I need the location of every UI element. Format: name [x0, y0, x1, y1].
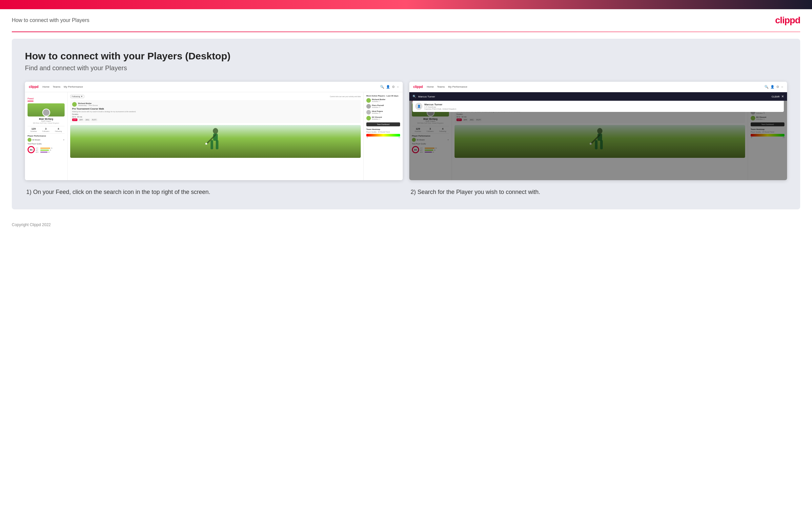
avatar-icon[interactable]: ○: [397, 85, 399, 89]
search-icon[interactable]: 🔍: [380, 85, 384, 89]
activity-card: Richard Butler Yesterday - The Grove Pre…: [70, 100, 361, 123]
mini-right-col: Most Active Players - Last 30 days Richa…: [363, 92, 403, 180]
feed-tab[interactable]: Feed: [28, 97, 34, 101]
activity-desc: Walking the course with my coach to buil…: [72, 111, 359, 113]
clear-button[interactable]: CLEAR: [772, 95, 779, 98]
caption-2: 2) Search for the Player you wish to con…: [409, 188, 787, 196]
main-subtitle: Find and connect with your Players: [25, 64, 787, 72]
stat-activities: 129 Activities: [30, 127, 37, 132]
panel-2: clippd Home Teams My Performance 🔍 👤 ⚙ ○: [409, 82, 787, 180]
player-piers-info: Piers Parnell Activities: 4: [372, 104, 384, 108]
caption-text-1: 1) On your Feed, click on the search ico…: [26, 188, 401, 196]
settings-icon[interactable]: ⚙: [392, 85, 395, 89]
mini-nav-icons-2: 🔍 👤 ⚙ ○: [764, 85, 783, 89]
activity-user-row: Richard Butler Yesterday - The Grove: [72, 102, 359, 107]
profile-stats: 129 Activities 3 Followers 4 Following: [28, 126, 64, 134]
app-bar-row: APP 70: [36, 149, 52, 151]
nav-teams[interactable]: Teams: [53, 85, 61, 88]
activity-location: Yesterday - The Grove: [78, 104, 98, 106]
header-divider: [12, 32, 800, 32]
control-link[interactable]: Control who can see your activity and da…: [330, 95, 361, 97]
search-result-info: Marcus Turner 1-5 Handicap Cypress Point…: [424, 103, 456, 110]
svg-rect-2: [210, 140, 213, 149]
search-icon-2[interactable]: 🔍: [764, 85, 768, 89]
search-input[interactable]: [418, 95, 770, 98]
user-icon[interactable]: 👤: [386, 85, 390, 89]
ott-bar-row: OTT 79: [36, 147, 52, 149]
player-richard-info: Richard Butler Activities: 7: [372, 98, 385, 102]
tag-putt[interactable]: PUTT: [91, 119, 97, 121]
player-hiral-info: Hiral Pujara Activities: 3: [372, 110, 383, 114]
most-active-title: Most Active Players - Last 30 days: [366, 95, 400, 97]
svg-point-0: [213, 128, 218, 134]
player-eli-avatar: [366, 116, 371, 120]
player-perf-avatar: [28, 138, 32, 142]
activity-user-details: Richard Butler Yesterday - The Grove: [78, 102, 98, 106]
mini-nav-1: clippd Home Teams My Performance 🔍 👤 ⚙ ○: [25, 82, 403, 92]
ott-bar: [40, 148, 50, 149]
player-eli-info: Eli Vincent Activities: 1: [372, 116, 382, 120]
activity-user-avatar: [72, 102, 77, 107]
nav-my-performance[interactable]: My Performance: [64, 85, 83, 88]
top-bar: [0, 0, 812, 9]
logo: clippd: [775, 15, 800, 26]
player-piers-avatar: [366, 104, 371, 109]
following-button[interactable]: Following ▼: [70, 95, 84, 98]
caption-1: 1) On your Feed, click on the search ico…: [25, 188, 403, 196]
tag-app[interactable]: APP: [78, 119, 84, 121]
mini-nav-2: clippd Home Teams My Performance 🔍 👤 ⚙ ○: [409, 82, 787, 92]
activity-time: 02 hr : 00 min: [72, 116, 359, 118]
stat-following: 4 Following: [55, 127, 62, 132]
player-richard: Richard Butler Activities: 7: [366, 98, 400, 103]
search-bar-container: 🔍 CLEAR ×: [409, 92, 787, 101]
caption-text-2: 2) Search for the Player you wish to con…: [411, 188, 786, 196]
profile-photo: [28, 103, 64, 117]
player-perf-title: Player Performance: [28, 135, 64, 137]
nav-home[interactable]: Home: [42, 85, 49, 88]
main-content: How to connect with your Players (Deskto…: [12, 39, 800, 209]
svg-point-5: [205, 143, 207, 145]
nav2-home[interactable]: Home: [427, 85, 434, 88]
search-result-club: Cypress Point Club, United Kingdom: [424, 108, 456, 110]
footer-text: Copyright Clippd 2022: [12, 222, 51, 227]
search-dropdown: 👤 Marcus Turner 1-5 Handicap Cypress Poi…: [413, 101, 784, 112]
mini-content-1: Feed Blair McHarg Golf Coach Mill Ride G…: [25, 92, 403, 180]
quality-score-row: 84 OTT 79 APP 70: [28, 146, 64, 153]
avatar-icon-2[interactable]: ○: [781, 85, 783, 89]
search-result-name: Marcus Turner: [424, 103, 456, 106]
mini-left-col: Feed Blair McHarg Golf Coach Mill Ride G…: [25, 92, 67, 180]
header: How to connect with your Players clippd: [0, 9, 812, 32]
mini-nav-items-2: Home Teams My Performance: [427, 85, 467, 88]
mini-middle-col: Following ▼ Control who can see your act…: [67, 92, 363, 180]
search-result-avatar: 👤: [415, 103, 422, 110]
activity-tags: OTT APP ARG PUTT: [72, 119, 359, 121]
player-eli: Eli Vincent Activities: 1: [366, 116, 400, 120]
stat-followers: 3 Followers: [42, 127, 49, 132]
arg-bar: [40, 152, 48, 153]
app-bar: [40, 150, 49, 151]
profile-club: Mill Ride Golf Club, United Kingdom: [28, 122, 64, 124]
arg-bar-row: ARG 61: [36, 151, 52, 153]
mini-profile: Blair McHarg Golf Coach Mill Ride Golf C…: [28, 118, 64, 124]
panels: clippd Home Teams My Performance 🔍 👤 ⚙ ○: [25, 82, 787, 180]
user-icon-2[interactable]: 👤: [770, 85, 774, 89]
tag-ott[interactable]: OTT: [72, 119, 78, 121]
player-piers: Piers Parnell Activities: 4: [366, 104, 400, 109]
activity-duration: Duration: [72, 113, 359, 115]
svg-rect-3: [216, 140, 219, 149]
mini-nav-icons-1: 🔍 👤 ⚙ ○: [380, 85, 399, 89]
heatmap-right: +5: [398, 136, 400, 138]
team-dashboard-btn[interactable]: Team Dashboard: [366, 122, 400, 126]
tag-arg[interactable]: ARG: [85, 119, 90, 121]
golfer-silhouette: [202, 125, 229, 158]
captions: 1) On your Feed, click on the search ico…: [25, 188, 787, 196]
heatmap-title: Team Heatmap: [366, 128, 400, 130]
close-button[interactable]: ×: [781, 94, 784, 99]
nav2-my-performance[interactable]: My Performance: [448, 85, 467, 88]
panel-2-screenshot: clippd Home Teams My Performance 🔍 👤 ⚙ ○: [409, 82, 787, 180]
golfer-image: [70, 125, 361, 158]
settings-icon-2[interactable]: ⚙: [776, 85, 779, 89]
player-perf-dropdown[interactable]: ▼: [63, 139, 64, 141]
mini-logo-1: clippd: [29, 85, 38, 89]
nav2-teams[interactable]: Teams: [437, 85, 445, 88]
